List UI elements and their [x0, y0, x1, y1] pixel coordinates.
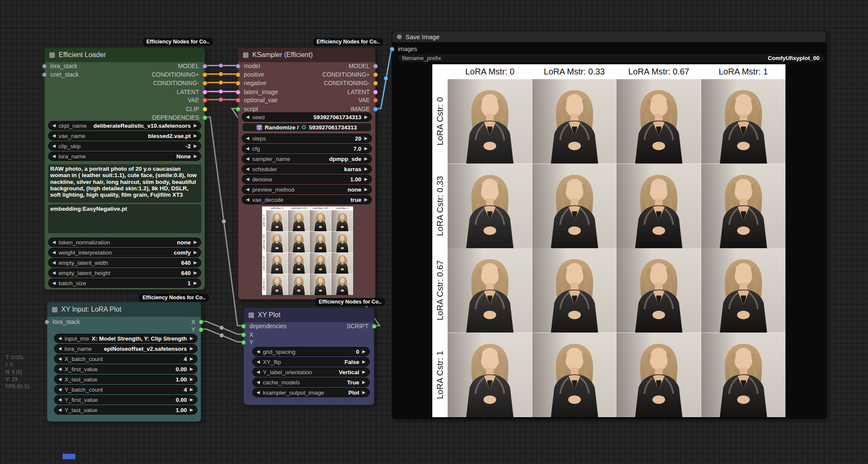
widget-vae-decode[interactable]: ◀vae_decodetrue▶	[242, 195, 372, 204]
left-arrow-icon[interactable]: ◀	[246, 187, 249, 192]
right-arrow-icon[interactable]: ▶	[364, 146, 368, 151]
right-arrow-icon[interactable]: ▶	[362, 390, 365, 395]
left-arrow-icon[interactable]: ◀	[58, 357, 62, 361]
widget-scheduler[interactable]: ◀schedulerkarras▶	[242, 164, 372, 174]
output-model[interactable]: MODEL	[348, 62, 375, 70]
right-arrow-icon[interactable]: ▶	[362, 370, 365, 374]
widget-sampler-name[interactable]: ◀sampler_namedpmpp_sde▶	[242, 154, 372, 163]
node-titlebar[interactable]: XY Input: LoRA Plot	[47, 302, 201, 317]
right-arrow-icon[interactable]: ▶	[364, 198, 368, 202]
input-optional-vae[interactable]: optional_vae	[238, 96, 277, 104]
right-arrow-icon[interactable]: ▶	[194, 240, 197, 244]
widget-denoise[interactable]: ◀denoise1.00▶	[242, 175, 372, 184]
port-dot[interactable]	[373, 81, 378, 86]
widget-filename-prefix[interactable]: filename_prefix ComfyUI\xyplot_00	[398, 53, 824, 63]
right-arrow-icon[interactable]: ▶	[190, 377, 193, 381]
left-arrow-icon[interactable]: ◀	[52, 271, 56, 275]
right-arrow-icon[interactable]: ▶	[362, 380, 365, 384]
port-dot[interactable]	[373, 72, 378, 77]
left-arrow-icon[interactable]: ◀	[52, 123, 56, 128]
input-negative[interactable]: negative	[238, 79, 266, 87]
widget-xy-flip[interactable]: ◀XY_flipFalse▶	[252, 357, 370, 367]
left-arrow-icon[interactable]: ◀	[52, 281, 56, 285]
input-cnet-stack[interactable]: cnet_stack	[45, 70, 79, 79]
negative-prompt-textarea[interactable]: embedding:EasyNegative.pt	[48, 204, 201, 233]
right-arrow-icon[interactable]: ▶	[194, 261, 197, 265]
node-efficient-loader[interactable]: Efficient Loader lora_stack cnet_stack M…	[44, 47, 205, 290]
right-arrow-icon[interactable]: ▶	[190, 367, 193, 371]
right-arrow-icon[interactable]: ▶	[364, 187, 368, 192]
port-dot[interactable]	[42, 72, 47, 77]
widget-vae-name[interactable]: ◀vae_nameblessed2.vae.pt▶	[48, 131, 201, 140]
port-dot[interactable]	[203, 90, 207, 95]
widget-x-batch-count[interactable]: ◀X_batch_count4▶	[54, 354, 197, 364]
node-xy-plot[interactable]: XY Plot dependencies X Y SCRIPT ◀grid_sp…	[243, 307, 374, 405]
port-dot[interactable]	[373, 64, 378, 69]
right-arrow-icon[interactable]: ▶	[194, 271, 197, 275]
randomize-seed-button[interactable]: Randomize / ♻ 593927061734313	[242, 123, 372, 132]
port-dot[interactable]	[373, 90, 378, 95]
right-arrow-icon[interactable]: ▶	[194, 144, 197, 148]
node-titlebar[interactable]: Efficient Loader	[45, 48, 205, 62]
widget-x-last-value[interactable]: ◀X_last_value1.00▶	[54, 375, 197, 384]
left-arrow-icon[interactable]: ◀	[58, 387, 62, 392]
widget-clip-skip[interactable]: ◀clip_skip-2▶	[48, 141, 201, 151]
widget-x-first-value[interactable]: ◀X_first_value0.00▶	[54, 364, 197, 374]
widget-batch-size[interactable]: ◀batch_size1▶	[48, 278, 201, 288]
left-arrow-icon[interactable]: ◀	[58, 398, 62, 402]
widget-ckpt-name[interactable]: ◀ckpt_namedeliberateRealistic_v10.safete…	[48, 121, 201, 130]
output-conditioning-plus[interactable]: CONDITIONING+	[151, 70, 205, 79]
right-arrow-icon[interactable]: ▶	[364, 136, 368, 140]
left-arrow-icon[interactable]: ◀	[58, 377, 62, 381]
left-arrow-icon[interactable]: ◀	[52, 144, 56, 148]
right-arrow-icon[interactable]: ▶	[194, 134, 197, 138]
left-arrow-icon[interactable]: ◀	[58, 408, 62, 412]
input-lora-stack[interactable]: lora_stack	[47, 318, 80, 326]
widget-token-normalization[interactable]: ◀token_normalizationnone▶	[48, 238, 201, 247]
node-titlebar[interactable]: Save Image	[392, 31, 826, 42]
port-dot[interactable]	[203, 98, 207, 103]
port-dot[interactable]	[241, 324, 246, 329]
left-arrow-icon[interactable]: ◀	[58, 336, 62, 341]
node-collapse-icon[interactable]	[397, 34, 402, 39]
port-dot[interactable]	[236, 64, 240, 69]
widget-cache-models[interactable]: ◀cache_modelsTrue▶	[252, 378, 370, 387]
widget-y-label-orientation[interactable]: ◀Y_label_orientationVertical▶	[252, 367, 370, 377]
left-arrow-icon[interactable]: ◀	[257, 370, 260, 374]
left-arrow-icon[interactable]: ◀	[246, 136, 249, 140]
left-arrow-icon[interactable]: ◀	[246, 167, 249, 171]
right-arrow-icon[interactable]: ▶	[194, 250, 197, 255]
port-dot[interactable]	[199, 320, 203, 324]
port-dot[interactable]	[236, 72, 240, 77]
output-x[interactable]: X	[191, 318, 201, 326]
output-latent[interactable]: LATENT	[177, 88, 205, 96]
left-arrow-icon[interactable]: ◀	[246, 198, 249, 202]
input-script[interactable]: script	[238, 105, 258, 113]
right-arrow-icon[interactable]: ▶	[190, 387, 193, 392]
port-dot[interactable]	[199, 327, 203, 332]
left-arrow-icon[interactable]: ◀	[58, 367, 62, 371]
widget-y-batch-count[interactable]: ◀Y_batch_count4▶	[54, 385, 197, 394]
output-y[interactable]: Y	[191, 325, 201, 334]
input-model[interactable]: model	[238, 62, 260, 70]
right-arrow-icon[interactable]: ▶	[362, 349, 365, 354]
input-positive[interactable]: positive	[238, 70, 264, 79]
input-images[interactable]: images	[392, 45, 417, 53]
right-arrow-icon[interactable]: ▶	[362, 360, 365, 364]
left-arrow-icon[interactable]: ◀	[257, 390, 260, 395]
output-clip[interactable]: CLIP	[186, 105, 205, 113]
input-lora-stack[interactable]: lora_stack	[45, 62, 77, 70]
widget-grid-spacing[interactable]: ◀grid_spacing0▶	[252, 347, 370, 356]
input-latent-image[interactable]: latent_image	[238, 88, 278, 96]
input-x[interactable]: X	[244, 330, 253, 339]
right-arrow-icon[interactable]: ▶	[364, 115, 368, 119]
widget-lora-name[interactable]: ◀lora_nameepiNoiseoffset_v2.safetensors▶	[54, 344, 197, 353]
widget-steps[interactable]: ◀steps20▶	[242, 134, 372, 143]
input-y[interactable]: Y	[244, 338, 253, 347]
output-conditioning-minus[interactable]: CONDITIONING-	[324, 79, 375, 87]
port-dot[interactable]	[373, 98, 378, 103]
output-latent[interactable]: LATENT	[347, 88, 375, 96]
output-conditioning-minus[interactable]: CONDITIONING-	[153, 79, 205, 87]
right-arrow-icon[interactable]: ▶	[364, 157, 368, 161]
port-dot[interactable]	[236, 90, 240, 95]
